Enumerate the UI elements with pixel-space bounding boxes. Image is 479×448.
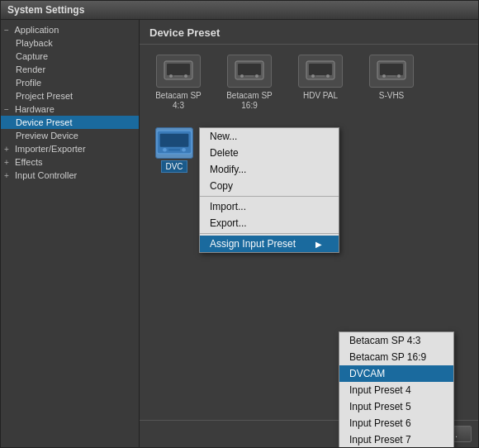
device-svg-betacam-43 [163,60,194,83]
sidebar-item-application[interactable]: − Application [1,23,139,36]
expand-icon-effects: + [4,158,12,167]
device-label-betacam-43: Betacam SP 4:3 [149,91,207,111]
svg-rect-14 [316,75,325,77]
svg-rect-1 [167,64,190,75]
window-body: − Application Playback Capture Render Pr… [1,20,478,447]
device-icon-betacam-43 [156,55,201,88]
svg-point-18 [397,74,401,78]
device-item-betacam-43[interactable]: Betacam SP 4:3 [149,55,207,111]
device-label-hdv-pal: HDV PAL [303,91,338,101]
svg-rect-16 [380,64,403,75]
ctx-item-delete[interactable]: Delete [200,145,339,161]
sidebar-item-preview-device[interactable]: Preview Device [1,129,139,142]
sidebar-item-playback[interactable]: Playback [1,36,139,50]
submenu-arrow-icon: ▶ [315,240,322,249]
ctx-separator-2 [200,233,339,234]
dvc-label: DVC [161,160,187,173]
svg-rect-21 [160,133,189,146]
svg-rect-9 [245,75,254,77]
expand-icon-application: − [4,26,12,35]
ctx-separator-1 [200,196,339,197]
main-content: Device Preset Betacam SP 4:3 [140,20,478,447]
sidebar-item-project-preset[interactable]: Project Preset [1,89,139,102]
ctx-item-export[interactable]: Export... [200,215,339,231]
svg-rect-24 [168,149,180,150]
sidebar-item-device-preset[interactable]: Device Preset [1,116,139,129]
svg-point-7 [240,74,244,78]
svg-point-13 [326,74,330,78]
device-item-betacam-169[interactable]: Betacam SP 16:9 [221,55,278,111]
dvc-item[interactable]: DVC [149,127,199,173]
sidebar-item-importer-exporter[interactable]: + Importer/Exporter [1,142,139,155]
device-grid: Betacam SP 4:3 Betacam SP 16:9 [140,45,478,121]
device-item-svhs[interactable]: S-VHS [363,55,420,101]
submenu-item-dvcam[interactable]: DVCAM [339,365,453,382]
svg-point-2 [169,74,173,78]
submenu-item-input-preset-4[interactable]: Input Preset 4 [339,382,453,398]
context-menu: New... Delete Modify... Copy Import... E… [199,127,339,253]
ctx-item-copy[interactable]: Copy [200,178,339,194]
submenu-item-input-preset-5[interactable]: Input Preset 5 [339,398,453,415]
system-settings-window: System Settings − Application Playback C… [0,0,479,448]
submenu-item-betacam-169[interactable]: Betacam SP 16:9 [339,349,453,365]
svg-rect-4 [174,75,183,77]
sidebar-item-input-controller[interactable]: + Input Controller [1,169,139,182]
sidebar-item-capture[interactable]: Capture [1,50,139,63]
ctx-item-import[interactable]: Import... [200,198,339,215]
svg-rect-11 [309,64,332,75]
svg-point-17 [382,74,386,78]
svg-rect-19 [387,75,396,77]
submenu-item-input-preset-6[interactable]: Input Preset 6 [339,415,453,431]
device-label-svhs: S-VHS [379,91,405,101]
expand-icon-importer: + [4,145,12,154]
expand-icon-hardware: − [4,105,12,114]
device-label-betacam-169: Betacam SP 16:9 [221,91,278,111]
expand-icon-input: + [4,171,12,180]
ctx-item-modify[interactable]: Modify... [200,161,339,178]
svg-point-23 [182,148,186,152]
dvc-icon [155,127,193,159]
device-svg-betacam-169 [234,60,265,83]
device-svg-svhs [376,60,407,83]
device-svg-hdv-pal [305,60,336,83]
submenu: Betacam SP 4:3 Betacam SP 16:9 DVCAM Inp… [339,331,454,447]
dvc-svg [156,130,192,156]
svg-point-22 [163,148,167,152]
svg-point-12 [311,74,315,78]
content-header: Device Preset [140,20,478,45]
svg-point-3 [184,74,187,78]
sidebar: − Application Playback Capture Render Pr… [1,20,140,447]
sidebar-item-profile[interactable]: Profile [1,76,139,89]
submenu-item-betacam-43[interactable]: Betacam SP 4:3 [339,332,453,349]
sidebar-item-render[interactable]: Render [1,63,139,76]
svg-point-8 [255,74,258,78]
window-title: System Settings [7,4,84,16]
sidebar-item-effects[interactable]: + Effects [1,155,139,169]
sidebar-item-hardware[interactable]: − Hardware [1,102,139,116]
device-item-hdv-pal[interactable]: HDV PAL [292,55,349,101]
svg-rect-6 [238,64,261,75]
ctx-item-assign-input-preset[interactable]: Assign Input Preset ▶ Betacam SP 4:3 Bet… [200,236,339,252]
device-icon-betacam-169 [227,55,272,88]
submenu-item-input-preset-7[interactable]: Input Preset 7 [339,431,453,447]
device-icon-svhs [369,55,414,88]
ctx-item-new[interactable]: New... [200,128,339,145]
device-icon-hdv-pal [298,55,343,88]
title-bar: System Settings [1,1,478,20]
